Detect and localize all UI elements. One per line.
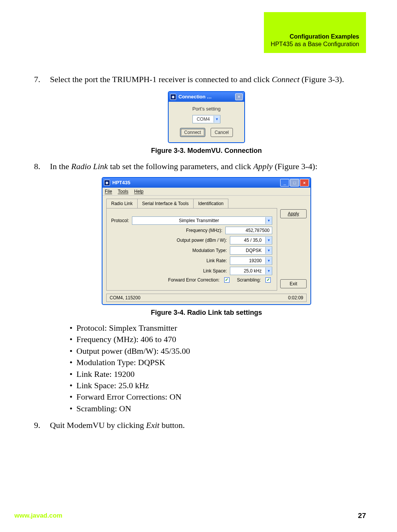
hpt435-titlebar: ◆ HPT435 _ □ × bbox=[102, 178, 310, 188]
menu-help[interactable]: Help bbox=[134, 189, 144, 194]
step-7: 7. Select the port the TRIUMPH-1 receive… bbox=[34, 74, 363, 156]
parameter-list: Protocol: Simplex Transmitter Frequency … bbox=[70, 322, 363, 414]
step-num: 8. bbox=[34, 161, 40, 172]
step-num: 7. bbox=[34, 74, 40, 85]
link-rate-select[interactable]: 19200 ▼ bbox=[230, 257, 272, 265]
list-item: Link Rate: 19200 bbox=[70, 369, 363, 380]
page-footer: www.javad.com 27 bbox=[0, 512, 397, 520]
scrambling-label: Scrambling: bbox=[237, 277, 261, 283]
output-power-select[interactable]: 45 / 35,0 ▼ bbox=[230, 236, 272, 244]
list-item: Forward Error Corrections: ON bbox=[70, 391, 363, 403]
menu-file[interactable]: File bbox=[105, 189, 112, 194]
list-item: Protocol: Simplex Transmitter bbox=[70, 322, 363, 334]
list-item: Link Space: 25.0 kHz bbox=[70, 380, 363, 391]
chevron-down-icon: ▼ bbox=[265, 247, 272, 254]
link-space-select[interactable]: 25,0 kHz ▼ bbox=[230, 267, 272, 275]
tab-serial[interactable]: Serial Interface & Tools bbox=[137, 199, 194, 208]
app-icon: ◆ bbox=[104, 180, 110, 186]
cancel-button[interactable]: Cancel bbox=[211, 128, 233, 137]
status-timer: 0:02:09 bbox=[288, 295, 303, 301]
chevron-down-icon: ▼ bbox=[265, 257, 272, 264]
chevron-down-icon: ▼ bbox=[265, 217, 272, 224]
connection-title: Connection … bbox=[178, 93, 233, 100]
ports-setting-label: Port's setting bbox=[173, 106, 240, 112]
step-text: In the Radio Link tab set the following … bbox=[50, 162, 318, 171]
step-8: 8. In the Radio Link tab set the followi… bbox=[34, 161, 363, 414]
step-9: 9. Quit ModemVU by clicking Exit button. bbox=[34, 420, 363, 431]
status-connection: COM4, 115200 bbox=[110, 295, 140, 301]
frequency-input[interactable]: 452,787500 bbox=[225, 227, 272, 234]
link-rate-value: 19200 bbox=[230, 258, 265, 264]
exit-button[interactable]: Exit bbox=[280, 279, 307, 288]
maximize-icon[interactable]: □ bbox=[290, 179, 299, 187]
connect-button[interactable]: Connect bbox=[180, 128, 205, 137]
modulation-label: Modulation Type: bbox=[192, 247, 227, 254]
list-item: Scrambling: ON bbox=[70, 403, 363, 414]
scrambling-checkbox[interactable]: ✓ bbox=[265, 277, 271, 283]
list-item: Frequency (MHz): 406 to 470 bbox=[70, 334, 363, 345]
chevron-down-icon: ▼ bbox=[214, 116, 220, 123]
page-header-tab: Configuration Examples HPT435 as a Base … bbox=[264, 12, 366, 53]
connection-dialog: ◆ Connection … × Port's setting COM4 ▼ C… bbox=[168, 91, 245, 143]
close-icon[interactable]: × bbox=[235, 93, 243, 100]
connection-titlebar: ◆ Connection … × bbox=[169, 92, 244, 102]
app-icon: ◆ bbox=[170, 94, 176, 100]
status-bar: COM4, 115200 0:02:09 bbox=[106, 294, 307, 302]
menu-bar: File Tools Help bbox=[102, 188, 310, 196]
output-power-label: Output power (dBm / W): bbox=[177, 237, 227, 243]
port-value: COM4 bbox=[193, 116, 214, 122]
step-num: 9. bbox=[34, 420, 40, 431]
list-item: Output power (dBm/W): 45/35.00 bbox=[70, 345, 363, 357]
radio-link-tabpage: Protocol: Simplex Transmitter ▼ Frequenc… bbox=[106, 208, 277, 291]
list-item: Modulation Type: DQPSK bbox=[70, 357, 363, 368]
chevron-down-icon: ▼ bbox=[265, 237, 272, 244]
hpt435-window: ◆ HPT435 _ □ × File Tools Help bbox=[102, 177, 311, 305]
header-subtitle: HPT435 as a Base Configuration bbox=[271, 41, 359, 48]
tab-strip: Radio Link Serial Interface & Tools Iden… bbox=[106, 199, 277, 208]
hpt435-title: HPT435 bbox=[112, 179, 278, 186]
minimize-icon[interactable]: _ bbox=[280, 179, 289, 187]
apply-button[interactable]: Apply bbox=[280, 209, 307, 218]
step-text: Select the port the TRIUMPH-1 receiver i… bbox=[50, 75, 344, 84]
fec-label: Forward Error Correction: bbox=[168, 277, 220, 283]
link-rate-label: Link Rate: bbox=[206, 258, 227, 264]
link-space-label: Link Space: bbox=[203, 268, 227, 274]
figure-3-4-caption: Figure 3-4. Radio Link tab settings bbox=[50, 308, 363, 317]
figure-3-3: ◆ Connection … × Port's setting COM4 ▼ C… bbox=[50, 91, 363, 143]
modulation-value: DQPSK bbox=[230, 247, 265, 254]
step-text: Quit ModemVU by clicking Exit button. bbox=[50, 420, 185, 430]
menu-tools[interactable]: Tools bbox=[118, 189, 128, 194]
figure-3-4: ◆ HPT435 _ □ × File Tools Help bbox=[50, 177, 363, 305]
tab-identification[interactable]: Identification bbox=[193, 199, 228, 208]
figure-3-3-caption: Figure 3-3. ModemVU. Connection bbox=[50, 146, 363, 155]
frequency-label: Frequency (MHz): bbox=[186, 227, 222, 233]
fec-checkbox[interactable]: ✓ bbox=[224, 277, 230, 283]
port-select[interactable]: COM4 ▼ bbox=[192, 115, 220, 123]
protocol-label: Protocol: bbox=[111, 218, 129, 224]
link-space-value: 25,0 kHz bbox=[230, 268, 265, 274]
modulation-select[interactable]: DQPSK ▼ bbox=[230, 246, 272, 255]
chevron-down-icon: ▼ bbox=[265, 268, 272, 274]
page-number: 27 bbox=[358, 512, 366, 520]
output-power-value: 45 / 35,0 bbox=[230, 237, 265, 243]
tab-radio-link[interactable]: Radio Link bbox=[106, 199, 138, 208]
footer-url: www.javad.com bbox=[14, 512, 62, 520]
protocol-value: Simplex Transmitter bbox=[132, 218, 265, 224]
close-icon[interactable]: × bbox=[300, 179, 309, 187]
protocol-select[interactable]: Simplex Transmitter ▼ bbox=[132, 216, 272, 225]
page-body: 7. Select the port the TRIUMPH-1 receive… bbox=[34, 74, 363, 436]
header-title: Configuration Examples bbox=[271, 33, 359, 40]
